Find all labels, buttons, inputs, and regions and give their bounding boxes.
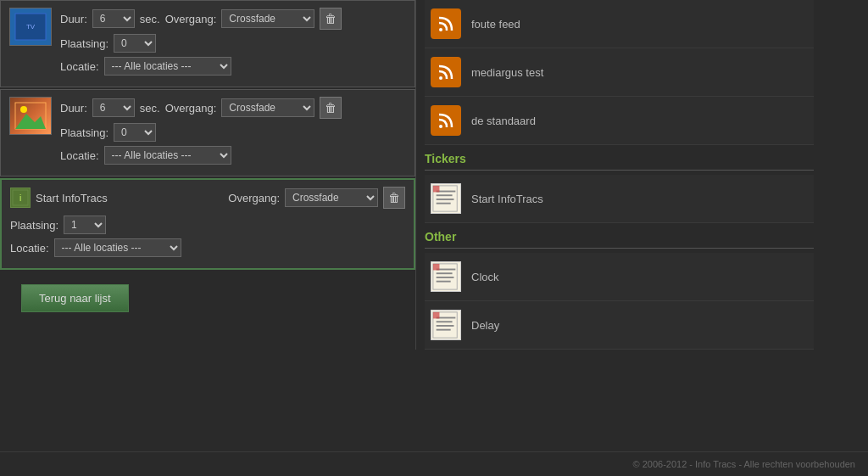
location-label-1: Locatie:: [60, 60, 99, 73]
transition-label-1: Overgang:: [165, 13, 217, 25]
duration-unit-2: sec.: [140, 102, 160, 115]
svg-rect-14: [437, 203, 451, 204]
location-select-1[interactable]: --- Alle locaties ---: [104, 57, 231, 76]
transition-select-2[interactable]: CrossfadeCutFade: [221, 98, 314, 117]
svg-rect-20: [437, 281, 451, 283]
right-panel: foute feed mediargus test: [415, 0, 822, 350]
other-item-delay[interactable]: Delay: [425, 301, 814, 350]
duration-select-2[interactable]: 63912: [92, 98, 135, 117]
infotrac-transition-label: Overgang:: [228, 192, 280, 204]
paper-icon-delay: [429, 308, 463, 342]
infotrac-location-select[interactable]: --- Alle locaties ---: [54, 238, 181, 257]
thumbnail-1: TV: [9, 8, 52, 46]
svg-rect-26: [437, 329, 451, 331]
svg-point-7: [439, 28, 442, 31]
location-select-2[interactable]: --- Alle locaties ---: [104, 146, 231, 165]
tickers-section: Tickers Start InfoTracs: [425, 145, 814, 223]
tickers-title: Tickers: [425, 145, 814, 171]
rss-icon-mediargus: [429, 55, 463, 89]
media-item-1: TV Duur: 63912 sec. Overgang: CrossfadeC…: [0, 0, 415, 87]
transition-label-2: Overgang:: [165, 102, 217, 115]
svg-rect-25: [437, 325, 454, 327]
footer-text: © 2006-2012 - Info Tracs - Alle rechten …: [633, 459, 856, 469]
placement-label-2: Plaatsing:: [60, 126, 108, 139]
svg-rect-18: [437, 272, 453, 274]
placement-select-1[interactable]: 012: [114, 34, 156, 53]
transition-select-1[interactable]: CrossfadeCutFade: [221, 9, 314, 28]
infotrac-transition-select[interactable]: CrossfadeCutFade: [285, 188, 378, 207]
svg-text:i: i: [19, 193, 21, 203]
footer: © 2006-2012 - Info Tracs - Alle rechten …: [0, 451, 868, 476]
rss-item-foute-feed[interactable]: foute feed: [425, 0, 814, 48]
infotrac-placement-label: Plaatsing:: [10, 219, 58, 232]
svg-rect-21: [433, 264, 440, 271]
placement-select-2[interactable]: 012: [114, 123, 156, 142]
svg-rect-27: [433, 312, 440, 319]
media-item-2: Duur: 63912 sec. Overgang: CrossfadeCutF…: [0, 89, 415, 176]
svg-point-3: [20, 106, 27, 113]
rss-item-mediargus[interactable]: mediargus test: [425, 48, 814, 97]
infotrac-delete-button[interactable]: 🗑: [383, 187, 405, 209]
rss-name-mediargus: mediargus test: [471, 66, 543, 79]
rss-name-standaard: de standaard: [471, 115, 536, 127]
svg-rect-15: [433, 186, 440, 193]
infotrac-location-label: Locatie:: [10, 242, 49, 255]
svg-text:TV: TV: [26, 23, 36, 31]
item-2-controls: Duur: 63912 sec. Overgang: CrossfadeCutF…: [60, 97, 406, 169]
duration-label-2: Duur:: [60, 102, 87, 115]
svg-point-8: [439, 76, 442, 80]
paper-icon-clock: [429, 260, 463, 294]
svg-rect-19: [437, 277, 454, 278]
tickers-item-infotrac[interactable]: Start InfoTracs: [425, 175, 814, 223]
rss-section: foute feed mediargus test: [425, 0, 814, 145]
thumbnail-2: [9, 97, 52, 135]
svg-rect-12: [437, 194, 453, 196]
svg-point-9: [439, 125, 442, 128]
svg-rect-24: [437, 321, 453, 322]
clock-item-name: Clock: [471, 271, 499, 283]
other-section: Other Clock: [425, 223, 814, 350]
infotrac-placement-select[interactable]: 102: [64, 216, 106, 234]
svg-marker-4: [15, 114, 46, 129]
other-item-clock[interactable]: Clock: [425, 253, 814, 301]
paper-icon-infotrac: [429, 182, 463, 216]
infotrac-icon: i: [10, 188, 31, 208]
infotrac-name: Start InfoTracs: [36, 192, 223, 204]
rss-item-standaard[interactable]: de standaard: [425, 97, 814, 145]
duration-select-1[interactable]: 63912: [92, 9, 135, 28]
item-1-controls: Duur: 63912 sec. Overgang: CrossfadeCutF…: [60, 8, 406, 80]
tickers-item-name: Start InfoTracs: [471, 193, 543, 205]
duration-label-1: Duur:: [60, 13, 87, 25]
left-panel: TV Duur: 63912 sec. Overgang: CrossfadeC…: [0, 0, 415, 350]
rss-icon-standaard: [429, 104, 463, 137]
svg-rect-13: [437, 199, 454, 200]
other-title: Other: [425, 223, 814, 249]
rss-name-foute: foute feed: [471, 18, 520, 31]
delete-button-2[interactable]: 🗑: [320, 97, 342, 119]
location-label-2: Locatie:: [60, 149, 99, 162]
delete-button-1[interactable]: 🗑: [320, 8, 342, 30]
infotrac-block: i Start InfoTracs Overgang: CrossfadeCut…: [0, 178, 415, 270]
duration-unit-1: sec.: [140, 13, 160, 25]
back-button[interactable]: Terug naar lijst: [21, 284, 129, 312]
placement-label-1: Plaatsing:: [60, 37, 108, 50]
rss-icon-foute: [429, 7, 463, 41]
delay-item-name: Delay: [471, 319, 499, 332]
